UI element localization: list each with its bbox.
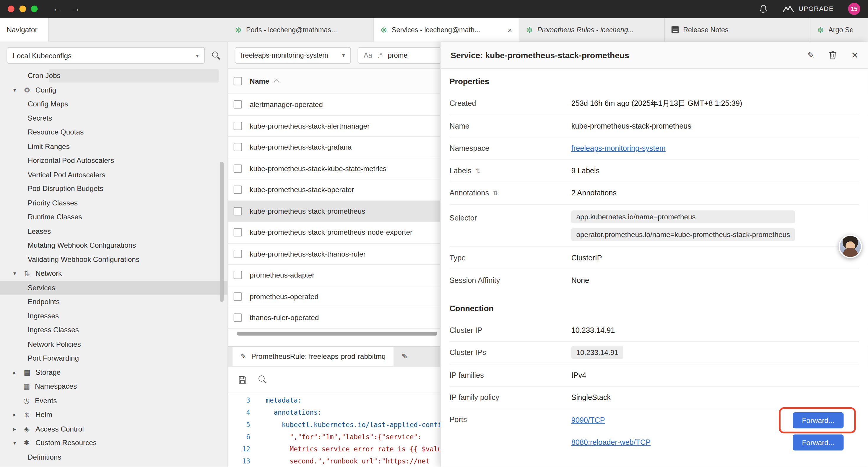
sidebar-group-access-control[interactable]: ▸◈Access Control [0,422,227,436]
name-column-header[interactable]: Name [250,77,269,85]
sidebar-scrollbar[interactable] [220,162,224,302]
sidebar-item-limit-ranges[interactable]: Limit Ranges [0,139,227,153]
select-all-checkbox[interactable] [234,77,242,85]
sidebar-item-runtime-classes[interactable]: Runtime Classes [0,210,227,224]
sidebar-item-ingresses[interactable]: Ingresses [0,309,227,323]
sidebar-item-port-forwarding[interactable]: Port Forwarding [0,351,227,365]
release-notes-icon [672,26,679,33]
row-checkbox[interactable] [234,314,242,322]
editor-tab-next[interactable]: ✎ [394,347,416,366]
yaml-line: Metrics service error rate is {{ $value [250,443,446,455]
sidebar-group-network[interactable]: ▾⇅Network [0,266,227,281]
labels-row: Labels⇅ 9 Labels [450,160,859,182]
upgrade-button[interactable]: UPGRADE [782,5,833,13]
close-tab-icon[interactable]: × [507,25,512,34]
delete-icon[interactable] [829,51,837,60]
sidebar-item-vertical-pod-autoscalers[interactable]: Vertical Pod Autoscalers [0,168,227,182]
port-link[interactable]: 8080:reloader-web/TCP [571,438,651,446]
close-drawer-icon[interactable]: × [851,49,858,61]
sidebar-item-config-maps[interactable]: Config Maps [0,97,227,111]
search-query: prome [388,51,407,59]
details-drawer: Service: kube-prometheus-stack-prometheu… [440,42,868,467]
ip-families-value: IPv4 [571,371,586,379]
navigator-tree: Cron Jobs ▾⚙Config Config Maps Secrets R… [0,68,227,464]
close-window-button[interactable] [8,6,14,12]
sidebar-group-helm[interactable]: ▸⎈Helm [0,408,227,422]
sidebar-item-services[interactable]: Services [0,281,227,295]
notifications-bell-icon[interactable] [759,4,768,13]
regex-toggle[interactable]: .* [378,51,382,59]
namespace-filter[interactable]: freeleaps-monitoring-system ▾ [235,47,351,63]
sidebar-item-validating-webhook-configurations[interactable]: Validating Webhook Configurations [0,252,227,266]
tab-release-notes[interactable]: Release Notes [665,18,810,42]
row-checkbox[interactable] [234,228,242,236]
row-checkbox[interactable] [234,143,242,151]
sort-ascending-icon[interactable] [274,80,279,85]
ip-families-row: IP families IPv4 [450,364,859,387]
sidebar-item-ingress-classes[interactable]: Ingress Classes [0,323,227,337]
sidebar-group-custom-resources[interactable]: ▾✱Custom Resources [0,436,227,450]
sidebar-item-priority-classes[interactable]: Priority Classes [0,196,227,210]
row-checkbox[interactable] [234,164,242,173]
kubeconfig-selector[interactable]: Local Kubeconfigs ▾ [6,47,205,63]
minimize-window-button[interactable] [20,6,26,12]
back-button[interactable]: ← [53,4,61,14]
sidebar-item-network-policies[interactable]: Network Policies [0,337,227,351]
row-checkbox[interactable] [234,207,242,215]
fullscreen-window-button[interactable] [31,6,37,12]
namespace-link[interactable]: freeleaps-monitoring-system [571,144,665,152]
notification-count-badge[interactable]: 15 [848,3,860,15]
presenter-avatar[interactable] [839,235,862,258]
sidebar-item-leases[interactable]: Leases [0,224,227,238]
expand-collapse-icon[interactable]: ⇅ [475,167,480,174]
editor-search-icon[interactable] [258,375,267,384]
sidebar-item-horizontal-pod-autoscalers[interactable]: Horizontal Pod Autoscalers [0,153,227,168]
tab-argo[interactable]: ☸ Argo Se [810,18,859,42]
chevron-down-icon: ▾ [196,52,198,59]
horizontal-scrollbar[interactable] [237,331,437,335]
sidebar-item-mutating-webhook-configurations[interactable]: Mutating Webhook Configurations [0,238,227,253]
window-titlebar: ← → UPGRADE 15 [0,0,868,18]
access-control-icon: ◈ [24,425,35,433]
row-checkbox[interactable] [234,292,242,300]
annotations-row: Annotations⇅ 2 Annotations [450,182,859,205]
sidebar-item-endpoints[interactable]: Endpoints [0,295,227,309]
drawer-header: Service: kube-prometheus-stack-prometheu… [440,42,868,68]
cluster-ip-value: 10.233.14.91 [571,326,615,334]
sidebar-item-resource-quotas[interactable]: Resource Quotas [0,125,227,139]
pencil-icon: ✎ [240,352,246,360]
row-checkbox[interactable] [234,100,242,109]
sidebar-group-storage[interactable]: ▸▤Storage [0,365,227,380]
tab-services[interactable]: ☸ Services - icecheng@math... × [374,18,519,42]
chevron-down-icon: ▾ [13,440,24,446]
pencil-icon: ✎ [402,352,408,360]
match-case-toggle[interactable]: Aa [364,51,372,59]
editor-tab-prometheusrule[interactable]: ✎ PrometheusRule: freeleaps-prod-rabbitm… [232,347,394,366]
sidebar-item-definitions[interactable]: Definitions [0,450,227,464]
edit-icon[interactable]: ✎ [807,50,814,60]
port-link[interactable]: 9090/TCP [571,416,605,424]
ports-row: Ports 9090/TCP Forward... 8080:reloader-… [450,409,859,454]
sidebar-search-icon[interactable] [212,51,221,60]
sidebar-item-events[interactable]: ◷Events [0,393,227,408]
tab-pods[interactable]: ☸ Pods - icecheng@mathmas... [228,18,374,42]
config-icon: ⚙ [24,86,35,94]
row-checkbox[interactable] [234,271,242,279]
sidebar-item-cron-jobs[interactable]: Cron Jobs [0,68,227,83]
forward-port-button[interactable]: Forward... [793,434,843,450]
expand-collapse-icon[interactable]: ⇅ [493,189,498,197]
row-checkbox[interactable] [234,185,242,194]
forward-button[interactable]: → [71,4,80,14]
events-clock-icon: ◷ [23,396,35,405]
tab-prometheus-rules[interactable]: ☸ Prometheus Rules - icecheng... [519,18,665,42]
sidebar-group-config[interactable]: ▾⚙Config [0,83,227,97]
sidebar-item-secrets[interactable]: Secrets [0,111,227,125]
row-checkbox[interactable] [234,250,242,258]
sidebar-item-pod-disruption-budgets[interactable]: Pod Disruption Budgets [0,182,227,196]
created-value: 253d 16h 6m ago (2025年1月13日 GMT+8 1:25:3… [571,98,742,109]
forward-port-button[interactable]: Forward... [793,412,843,428]
sidebar-item-namespaces[interactable]: ▦Namespaces [0,379,227,393]
kubernetes-icon: ☸ [526,25,533,34]
save-icon[interactable] [238,375,247,384]
row-checkbox[interactable] [234,122,242,130]
